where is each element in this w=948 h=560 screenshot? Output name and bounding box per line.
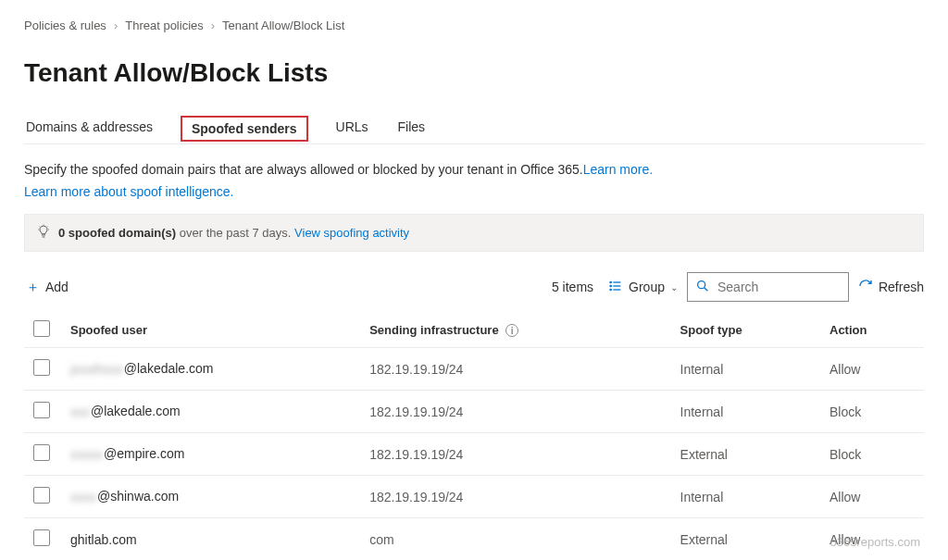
cell-infra: 182.19.19.19/24: [360, 348, 670, 391]
breadcrumb-current: Tenant Allow/Block List: [222, 19, 344, 32]
spoofed-senders-table: Spoofed user Sending infrastructure i Sp…: [24, 313, 924, 560]
table-row[interactable]: xxxxx@empire.com 182.19.19.19/24 Externa…: [24, 433, 924, 476]
breadcrumb-link-threat-policies[interactable]: Threat policies: [125, 19, 204, 32]
svg-line-4: [47, 227, 48, 228]
refresh-icon: [858, 279, 873, 296]
cell-spoofed-user: xxx@lakedale.com: [61, 391, 360, 433]
cell-infra: 182.19.19.19/24: [360, 476, 670, 518]
table-header-row: Spoofed user Sending infrastructure i Sp…: [24, 313, 924, 348]
cell-infra: com: [360, 518, 670, 560]
cell-action: Allow: [820, 476, 924, 518]
banner-count: 0 spoofed domain(s): [58, 226, 176, 240]
list-icon: [608, 279, 623, 296]
table-row[interactable]: xxxx@shinwa.com 182.19.19.19/24 Internal…: [24, 476, 924, 518]
cell-spoof-type: External: [671, 518, 820, 560]
learn-more-link[interactable]: Learn more.: [583, 162, 653, 177]
cell-spoofed-user: xxxxx@empire.com: [61, 433, 360, 476]
chevron-right-icon: ›: [114, 19, 118, 32]
svg-line-3: [40, 227, 41, 228]
row-checkbox[interactable]: [33, 487, 50, 504]
spoof-intelligence-link[interactable]: Learn more about spoof intelligence.: [24, 184, 233, 199]
row-checkbox[interactable]: [33, 402, 50, 418]
cell-infra: 182.19.19.19/24: [360, 391, 670, 433]
search-box[interactable]: [687, 272, 849, 302]
toolbar: ＋ Add 5 items Group ⌄: [24, 267, 924, 313]
banner-rest: over the past 7 days.: [180, 226, 292, 240]
row-checkbox[interactable]: [33, 359, 50, 376]
info-icon[interactable]: i: [505, 324, 518, 337]
search-input[interactable]: [717, 280, 841, 294]
cell-action: Block: [820, 433, 924, 476]
items-count: 5 items: [552, 280, 593, 294]
row-checkbox[interactable]: [33, 444, 50, 461]
search-icon: [695, 279, 710, 296]
svg-line-12: [705, 287, 708, 291]
table-row[interactable]: ghitlab.com com External Allow: [24, 518, 924, 560]
cell-spoof-type: Internal: [671, 348, 820, 391]
svg-point-10: [610, 289, 611, 290]
cell-spoof-type: Internal: [671, 391, 820, 433]
chevron-down-icon: ⌄: [670, 282, 678, 292]
cell-action: Allow: [820, 348, 924, 391]
cell-action: Block: [820, 391, 924, 433]
svg-point-11: [698, 280, 705, 288]
tab-spoofed-senders[interactable]: Spoofed senders: [181, 116, 308, 142]
table-row[interactable]: jxxxthxxx@lakedale.com 182.19.19.19/24 I…: [24, 348, 924, 391]
svg-point-9: [610, 285, 611, 286]
col-action[interactable]: Action: [820, 313, 924, 348]
add-button[interactable]: ＋ Add: [24, 275, 70, 300]
breadcrumb-link-policies[interactable]: Policies & rules: [24, 19, 106, 32]
view-spoofing-activity-link[interactable]: View spoofing activity: [294, 226, 409, 240]
select-all-checkbox[interactable]: [33, 320, 50, 337]
plus-icon: ＋: [26, 279, 40, 296]
col-spoofed-user[interactable]: Spoofed user: [61, 313, 360, 348]
cell-spoofed-user: xxxx@shinwa.com: [61, 476, 360, 518]
cell-spoof-type: Internal: [671, 476, 820, 518]
page-title: Tenant Allow/Block Lists: [24, 58, 924, 88]
svg-point-8: [610, 281, 611, 282]
row-checkbox[interactable]: [33, 529, 50, 546]
col-spoof-type[interactable]: Spoof type: [671, 313, 820, 348]
tab-strip: Domains & addresses Spoofed senders URLs…: [24, 114, 924, 144]
col-sending-infra[interactable]: Sending infrastructure i: [360, 313, 670, 348]
group-button[interactable]: Group ⌄: [608, 279, 678, 296]
tab-urls[interactable]: URLs: [334, 114, 370, 143]
chevron-right-icon: ›: [211, 19, 215, 32]
cell-spoofed-user: ghitlab.com: [61, 518, 360, 560]
breadcrumb: Policies & rules › Threat policies › Ten…: [24, 19, 924, 32]
table-row[interactable]: xxx@lakedale.com 182.19.19.19/24 Interna…: [24, 391, 924, 433]
tab-files[interactable]: Files: [396, 114, 428, 143]
spoofing-activity-banner: 0 spoofed domain(s) over the past 7 days…: [24, 214, 924, 252]
watermark-text: o365reports.com: [830, 535, 920, 549]
cell-spoofed-user: jxxxthxxx@lakedale.com: [61, 348, 360, 391]
lightbulb-icon: [36, 224, 51, 242]
refresh-button[interactable]: Refresh: [858, 279, 924, 296]
description-text: Specify the spoofed domain pairs that ar…: [24, 161, 924, 180]
tab-domains-addresses[interactable]: Domains & addresses: [24, 114, 155, 143]
cell-spoof-type: External: [671, 433, 820, 476]
cell-infra: 182.19.19.19/24: [360, 433, 670, 476]
